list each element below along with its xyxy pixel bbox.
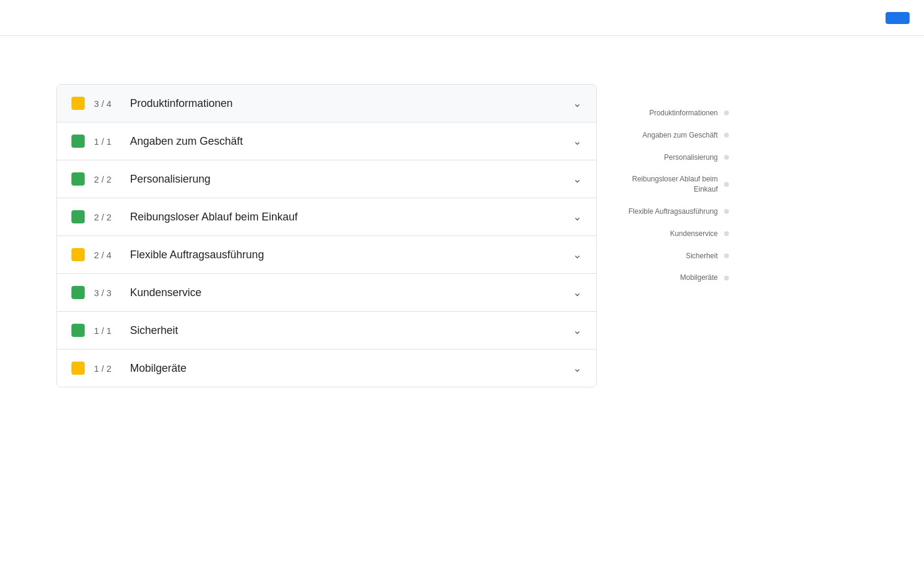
sidebar-item-produktinformationen[interactable]: Produktinformationen (621, 108, 729, 118)
score-text-sicherheit: 1 / 1 (94, 326, 118, 336)
score-text-mobilgeraete: 1 / 2 (94, 363, 118, 374)
sidebar-item-mobilgeraete[interactable]: Mobilgeräte (621, 273, 729, 283)
chevron-down-icon: ⌄ (573, 248, 582, 261)
sidebar-navigation: ProduktinformationenAngaben zum Geschäft… (597, 60, 729, 387)
sidebar-item-reibungsloser-ablauf[interactable]: Reibungsloser Ablauf beim Einkauf (621, 174, 729, 195)
score-badge-kundenservice (71, 286, 85, 299)
share-report-button[interactable] (886, 12, 910, 24)
sidebar-item-label-flexible-auftragausfuehrung: Flexible Auftragsausführung (629, 207, 718, 217)
sidebar-item-label-produktinformationen: Produktinformationen (649, 108, 717, 118)
category-item-flexible-auftragausfuehrung[interactable]: 2 / 4Flexible Auftragsausführung⌄ (57, 236, 596, 274)
category-label-produktinformationen: Produktinformationen (130, 97, 573, 110)
sidebar-item-sicherheit[interactable]: Sicherheit (621, 251, 729, 261)
sidebar-dot-produktinformationen (724, 111, 729, 115)
sidebar-dot-angaben-zum-geschaeft (724, 133, 729, 138)
category-label-reibungsloser-ablauf: Reibungsloser Ablauf beim Einkauf (130, 211, 573, 223)
sidebar-item-label-angaben-zum-geschaeft: Angaben zum Geschäft (642, 130, 717, 141)
sidebar-item-kundenservice[interactable]: Kundenservice (621, 229, 729, 239)
score-badge-mobilgeraete (71, 362, 85, 375)
score-text-kundenservice: 3 / 3 (94, 288, 118, 298)
sidebar-dot-mobilgeraete (724, 276, 729, 280)
sidebar-item-label-personalisierung: Personalisierung (664, 153, 717, 163)
score-badge-reibungsloser-ablauf (71, 210, 85, 223)
sidebar-dot-personalisierung (724, 155, 729, 160)
sidebar-item-flexible-auftragausfuehrung[interactable]: Flexible Auftragsausführung (621, 207, 729, 217)
sidebar-dot-kundenservice (724, 231, 729, 236)
chevron-down-icon: ⌄ (573, 362, 582, 375)
score-text-personalisierung: 2 / 2 (94, 174, 118, 184)
chevron-down-icon: ⌄ (573, 172, 582, 186)
sidebar-item-label-mobilgeraete: Mobilgeräte (680, 273, 718, 283)
category-label-angaben-zum-geschaeft: Angaben zum Geschäft (130, 135, 573, 148)
category-item-produktinformationen[interactable]: 3 / 4Produktinformationen⌄ (57, 85, 596, 123)
score-badge-flexible-auftragausfuehrung (71, 248, 85, 261)
category-item-reibungsloser-ablauf[interactable]: 2 / 2Reibungsloser Ablauf beim Einkauf⌄ (57, 198, 596, 236)
sidebar-dot-sicherheit (724, 253, 729, 258)
score-badge-personalisierung (71, 172, 85, 186)
sidebar-item-label-reibungsloser-ablauf: Reibungsloser Ablauf beim Einkauf (621, 174, 718, 195)
category-item-mobilgeraete[interactable]: 1 / 2Mobilgeräte⌄ (57, 350, 596, 387)
score-text-angaben-zum-geschaeft: 1 / 1 (94, 136, 118, 147)
sidebar-dot-reibungsloser-ablauf (724, 182, 729, 187)
category-label-kundenservice: Kundenservice (130, 286, 573, 299)
category-item-personalisierung[interactable]: 2 / 2Personalisierung⌄ (57, 160, 596, 198)
category-label-sicherheit: Sicherheit (130, 324, 573, 337)
chevron-down-icon: ⌄ (573, 286, 582, 299)
sidebar-item-angaben-zum-geschaeft[interactable]: Angaben zum Geschäft (621, 130, 729, 141)
sidebar-item-label-kundenservice: Kundenservice (670, 229, 717, 239)
category-label-personalisierung: Personalisierung (130, 173, 573, 186)
sidebar-item-personalisierung[interactable]: Personalisierung (621, 153, 729, 163)
chevron-down-icon: ⌄ (573, 135, 582, 148)
score-badge-angaben-zum-geschaeft (71, 135, 85, 148)
category-item-angaben-zum-geschaeft[interactable]: 1 / 1Angaben zum Geschäft⌄ (57, 123, 596, 160)
chevron-down-icon: ⌄ (573, 97, 582, 110)
category-item-kundenservice[interactable]: 3 / 3Kundenservice⌄ (57, 274, 596, 312)
score-text-flexible-auftragausfuehrung: 2 / 4 (94, 250, 118, 260)
chevron-down-icon: ⌄ (573, 210, 582, 223)
category-label-mobilgeraete: Mobilgeräte (130, 362, 573, 375)
score-text-reibungsloser-ablauf: 2 / 2 (94, 212, 118, 222)
header-actions (876, 12, 910, 24)
category-item-sicherheit[interactable]: 1 / 1Sicherheit⌄ (57, 312, 596, 350)
chevron-down-icon: ⌄ (573, 324, 582, 337)
category-label-flexible-auftragausfuehrung: Flexible Auftragsausführung (130, 249, 573, 261)
app-header (0, 0, 924, 36)
score-badge-sicherheit (71, 324, 85, 337)
sidebar-item-label-sicherheit: Sicherheit (686, 251, 717, 261)
main-layout: 3 / 4Produktinformationen⌄1 / 1Angaben z… (42, 36, 883, 411)
sidebar-dot-flexible-auftragausfuehrung (724, 209, 729, 214)
score-text-produktinformationen: 3 / 4 (94, 99, 118, 109)
category-list: 3 / 4Produktinformationen⌄1 / 1Angaben z… (56, 84, 597, 387)
content-area: 3 / 4Produktinformationen⌄1 / 1Angaben z… (56, 60, 597, 387)
score-badge-produktinformationen (71, 97, 85, 110)
